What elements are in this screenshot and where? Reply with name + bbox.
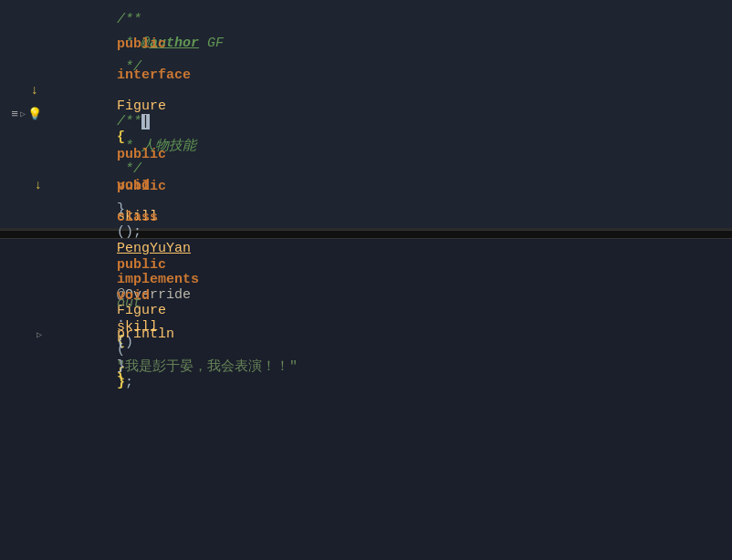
line-gutter-arrow: ↓ xyxy=(0,83,47,98)
fold-triangle-icon[interactable]: ▷ xyxy=(37,329,42,340)
line-gutter-arrow2: ↓ xyxy=(0,178,47,192)
keyword-class: class xyxy=(117,210,158,225)
keyword-public: public xyxy=(117,147,166,162)
fold-triangle-icon[interactable]: ▷ xyxy=(20,109,26,119)
line-gutter-fold: ▷ xyxy=(0,329,47,340)
keyword-public: public xyxy=(117,36,166,52)
close-brace-yellow: } xyxy=(117,375,125,390)
keyword-public: public xyxy=(117,179,166,194)
bottom-panel: public class PengYuYan implements Figure… xyxy=(0,239,732,560)
dot: . xyxy=(117,311,125,327)
code-text: } xyxy=(47,359,732,406)
keyword-interface: interface xyxy=(117,67,191,83)
line-gutter-multi: ≡ ▷ 💡 xyxy=(0,107,47,121)
space xyxy=(117,194,125,210)
bulb-icon[interactable]: 💡 xyxy=(27,107,42,121)
fold-arrow-icon[interactable]: ↓ xyxy=(35,178,42,192)
list-icon: ≡ xyxy=(11,108,18,121)
code-line-class-close: } xyxy=(0,370,732,394)
space xyxy=(117,52,125,67)
out-variable: out xyxy=(117,296,141,311)
fold-arrow-icon[interactable]: ↓ xyxy=(31,83,38,98)
editor-container: /** * @author GF */ ↓ public xyxy=(0,0,732,560)
